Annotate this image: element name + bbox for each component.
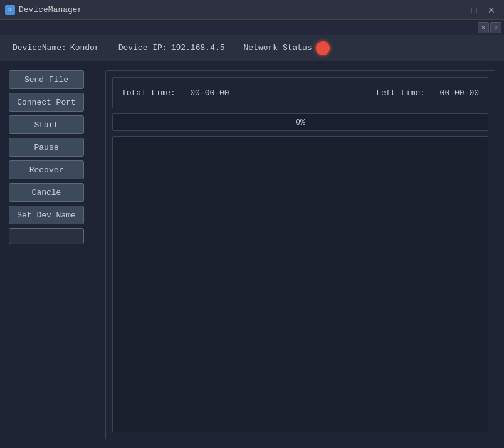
title-bar-left: D DeviceManager	[5, 5, 82, 15]
total-time-value: 00-00-00	[190, 88, 229, 98]
window-title: DeviceManager	[19, 5, 82, 14]
left-time-value: 00-00-00	[440, 88, 479, 98]
time-row: Total time: 00-00-00 Left time: 00-00-00	[112, 77, 488, 108]
right-panel: Total time: 00-00-00 Left time: 00-00-00…	[105, 70, 495, 439]
network-status-label: Network Status	[243, 43, 312, 53]
network-status-item: Network Status	[243, 41, 329, 55]
title-bar: D DeviceManager – □ ✕	[0, 0, 504, 20]
dev-name-input[interactable]	[9, 228, 84, 244]
progress-container: 0%	[112, 113, 488, 131]
status-bar: DeviceName: Kondor Device IP: 192.168.4.…	[0, 35, 504, 61]
log-area	[112, 136, 488, 432]
toolbar-btn-1[interactable]: ✕	[478, 22, 489, 33]
toolbar-btn-2[interactable]: ○	[490, 22, 501, 33]
total-time-display: Total time: 00-00-00	[122, 88, 229, 98]
left-time-display: Left time: 00-00-00	[376, 88, 479, 98]
connect-port-button[interactable]: Connect Port	[9, 93, 84, 112]
device-name-item: DeviceName: Kondor	[13, 43, 100, 53]
start-button[interactable]: Start	[9, 115, 84, 134]
total-time-label: Total time:	[122, 88, 176, 98]
device-name-label: DeviceName:	[13, 43, 66, 53]
title-bar-controls: – □ ✕	[449, 4, 499, 16]
close-button[interactable]: ✕	[484, 4, 499, 16]
left-time-label: Left time:	[376, 88, 425, 98]
device-ip-item: Device IP: 192.168.4.5	[118, 43, 225, 53]
left-panel: Send File Connect Port Start Pause Recov…	[9, 70, 97, 439]
minimize-button[interactable]: –	[449, 4, 464, 16]
network-status-dot	[316, 41, 330, 55]
toolbar: ✕ ○	[0, 20, 504, 35]
progress-text: 0%	[295, 118, 305, 127]
pause-button[interactable]: Pause	[9, 138, 84, 157]
device-ip-label: Device IP:	[118, 43, 167, 53]
recover-button[interactable]: Recover	[9, 160, 84, 179]
main-content: Send File Connect Port Start Pause Recov…	[0, 61, 504, 448]
cancle-button[interactable]: Cancle	[9, 183, 84, 202]
device-name-value: Kondor	[70, 43, 100, 53]
device-ip-value: 192.168.4.5	[171, 43, 225, 53]
set-dev-name-button[interactable]: Set Dev Name	[9, 206, 84, 224]
app-icon: D	[5, 5, 15, 15]
maximize-button[interactable]: □	[466, 4, 481, 16]
send-file-button[interactable]: Send File	[9, 70, 84, 89]
